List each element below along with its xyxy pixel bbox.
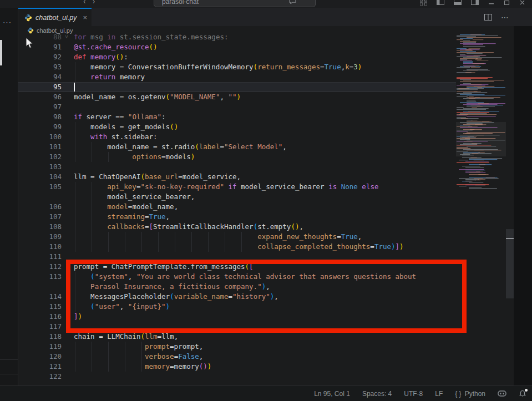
- line-number[interactable]: 116: [18, 312, 62, 322]
- history-back-icon[interactable]: ‹: [83, 0, 93, 6]
- line-number[interactable]: 110: [18, 242, 62, 252]
- line-number[interactable]: 117: [18, 322, 62, 332]
- code-text: if server == "Ollama":: [74, 112, 166, 122]
- line-number[interactable]: 97: [18, 102, 62, 112]
- minimap[interactable]: [456, 34, 506, 385]
- code-text: model_service_bearer,: [74, 192, 195, 202]
- code-line[interactable]: 118chain = LLMChain(llm=llm,: [18, 332, 456, 342]
- code-line[interactable]: 95: [18, 82, 456, 92]
- code-line[interactable]: 94 return memory: [18, 72, 456, 82]
- code-line[interactable]: 107 streaming=True,: [18, 212, 456, 222]
- code-text: return memory: [74, 72, 145, 82]
- editor-actions-more-icon[interactable]: ⋯: [501, 13, 509, 22]
- more-actions-icon[interactable]: ···: [3, 18, 12, 26]
- overview-ruler-cursor-mark: [506, 238, 514, 239]
- status-language[interactable]: { } Python: [455, 390, 485, 398]
- line-number[interactable]: 101: [18, 142, 62, 152]
- line-number[interactable]: 92: [18, 52, 62, 62]
- sidebar-scrollbar-sliver[interactable]: [0, 40, 2, 65]
- code-line[interactable]: model_service_bearer,: [18, 192, 456, 202]
- status-encoding[interactable]: UTF-8: [404, 390, 423, 398]
- tab-close-icon[interactable]: ×: [83, 14, 87, 21]
- line-number[interactable]: 93: [18, 62, 62, 72]
- code-line[interactable]: 119 prompt=prompt,: [18, 342, 456, 352]
- code-text: memory=memory()): [74, 362, 211, 372]
- copilot-icon[interactable]: [498, 390, 506, 397]
- line-number[interactable]: 96: [18, 92, 62, 102]
- scrollbar-thumb[interactable]: [506, 229, 514, 298]
- code-line[interactable]: 102 options=models): [18, 152, 456, 162]
- line-number[interactable]: 122: [18, 372, 62, 382]
- code-line[interactable]: 120 verbose=False,: [18, 352, 456, 362]
- code-text: with st.sidebar:: [74, 132, 158, 142]
- code-text: def memory():: [74, 52, 128, 62]
- code-line[interactable]: 122: [18, 372, 456, 382]
- line-number[interactable]: 107: [18, 212, 62, 222]
- code-text: chain = LLMChain(llm=llm,: [74, 332, 178, 342]
- code-line[interactable]: 103: [18, 162, 456, 172]
- code-line[interactable]: 100 with st.sidebar:: [18, 132, 456, 142]
- code-line[interactable]: 108 callbacks=[StreamlitCallbackHandler(…: [18, 222, 456, 232]
- code-line[interactable]: 106 model=model_name,: [18, 202, 456, 212]
- code-line[interactable]: 91@st.cache_resource(): [18, 42, 456, 52]
- breadcrumb[interactable]: chatbot_ui.py: [18, 26, 456, 34]
- line-number[interactable]: 104: [18, 172, 62, 182]
- line-number[interactable]: 113: [18, 272, 62, 282]
- braces-icon: { }: [455, 390, 461, 398]
- line-number[interactable]: 109: [18, 232, 62, 242]
- command-center-search[interactable]: parasol-chat: [154, 0, 316, 7]
- code-line[interactable]: 93 memory = ConversationBufferWindowMemo…: [18, 62, 456, 72]
- code-line[interactable]: 109 expand_new_thoughts=True,: [18, 232, 456, 242]
- window-minimize-icon[interactable]: [488, 0, 494, 5]
- line-number[interactable]: 103: [18, 162, 62, 172]
- code-text: models = get_models(): [74, 122, 178, 132]
- code-text: streaming=True,: [74, 212, 170, 222]
- notifications-bell-icon[interactable]: [519, 390, 526, 398]
- line-number[interactable]: 98: [18, 112, 62, 122]
- line-number[interactable]: 91: [18, 42, 62, 52]
- line-number[interactable]: 100: [18, 132, 62, 142]
- code-text: expand_new_thoughts=True,: [74, 232, 362, 242]
- line-number[interactable]: 102: [18, 152, 62, 162]
- history-forward-icon[interactable]: ›: [93, 0, 102, 6]
- line-number[interactable]: 121: [18, 362, 62, 372]
- code-line[interactable]: 105 api_key="sk-no-key-required" if mode…: [18, 182, 456, 192]
- line-number[interactable]: 114: [18, 292, 62, 302]
- tab-chatbot-ui[interactable]: chatbot_ui.py ×: [18, 8, 92, 26]
- split-editor-icon[interactable]: [484, 14, 492, 21]
- line-number[interactable]: 95: [18, 82, 62, 92]
- line-number[interactable]: 94: [18, 72, 62, 82]
- line-number[interactable]: 115: [18, 302, 62, 312]
- window-close-icon[interactable]: [519, 0, 525, 5]
- line-number[interactable]: 105: [18, 182, 62, 192]
- code-line[interactable]: 92def memory():: [18, 52, 456, 62]
- line-number[interactable]: 111: [18, 252, 62, 262]
- toggle-panel-icon[interactable]: [454, 0, 462, 5]
- code-line[interactable]: 104llm = ChatOpenAI(base_url=model_servi…: [18, 172, 456, 182]
- status-eol[interactable]: LF: [435, 390, 443, 398]
- code-line[interactable]: 99 models = get_models(): [18, 122, 456, 132]
- status-indentation[interactable]: Spaces: 4: [362, 390, 392, 398]
- python-file-icon: [27, 27, 34, 34]
- code-line[interactable]: 96model_name = os.getenv("MODEL_NAME", "…: [18, 92, 456, 102]
- code-line[interactable]: 98if server == "Ollama":: [18, 112, 456, 122]
- vertical-scrollbar[interactable]: [506, 26, 514, 385]
- line-number[interactable]: 108: [18, 222, 62, 232]
- customize-layout-icon[interactable]: [420, 0, 427, 6]
- line-number[interactable]: 119: [18, 342, 62, 352]
- status-line-col[interactable]: Ln 95, Col 1: [314, 390, 350, 398]
- code-line[interactable]: 97: [18, 102, 456, 112]
- toggle-sidebar-icon[interactable]: [437, 0, 444, 5]
- code-line[interactable]: 110 collapse_completed_thoughts=True)]): [18, 242, 456, 252]
- line-number[interactable]: 118: [18, 332, 62, 342]
- window-maximize-icon[interactable]: [504, 0, 510, 5]
- code-line[interactable]: 121 memory=memory()): [18, 362, 456, 372]
- line-number[interactable]: 120: [18, 352, 62, 362]
- line-number[interactable]: 106: [18, 202, 62, 212]
- line-number[interactable]: 99: [18, 122, 62, 132]
- code-text: verbose=False,: [74, 352, 203, 362]
- toggle-secondary-sidebar-icon[interactable]: [471, 0, 479, 5]
- chat-bubble-icon[interactable]: [289, 0, 296, 4]
- code-line[interactable]: 101 model_name = st.radio(label="Select …: [18, 142, 456, 152]
- line-number[interactable]: 112: [18, 262, 62, 272]
